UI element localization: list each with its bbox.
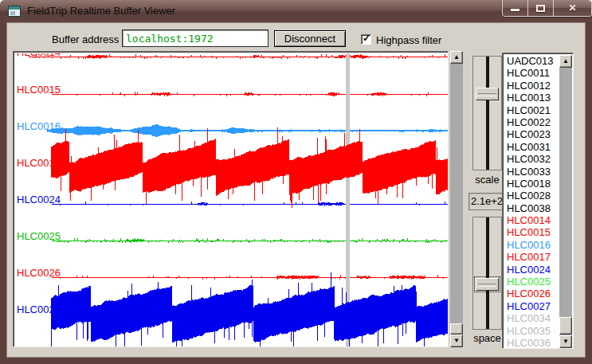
channel-list-item[interactable]: HLC0034 — [504, 312, 559, 324]
channel-list-item[interactable]: HLC0038 — [504, 202, 559, 214]
trace-label: HLC0027 — [17, 303, 61, 315]
channel-list[interactable]: UADC013HLC0011HLC0012HLC0013HLC0021HLC00… — [502, 53, 574, 349]
trace-label: HLC0025 — [17, 230, 61, 242]
minimize-icon — [511, 9, 519, 11]
trace-label: HLC0016 — [17, 120, 61, 132]
space-slider-groove — [486, 217, 489, 329]
channel-list-item[interactable]: HLC0016 — [504, 239, 559, 251]
channel-list-rows: UADC013HLC0011HLC0012HLC0013HLC0021HLC00… — [504, 55, 559, 348]
app-window: FieldTrip Realtime Buffer Viewer ✕ Buffe… — [0, 0, 592, 364]
scale-slider-groove — [486, 57, 489, 170]
channel-list-item[interactable]: HLC0035 — [504, 325, 559, 337]
maximize-button[interactable] — [528, 0, 554, 16]
down-arrow-icon: ▼ — [453, 337, 460, 344]
checkbox-check-icon: ✓ — [363, 33, 370, 44]
app-icon — [8, 6, 21, 17]
channel-list-item[interactable]: HLC0011 — [504, 67, 559, 79]
signal-traces — [15, 53, 448, 346]
plot-scrollbar[interactable]: ▲ ▼ — [450, 51, 463, 347]
channel-list-item[interactable]: HLC0017 — [504, 251, 559, 263]
window-controls: ✕ — [502, 0, 592, 17]
channel-list-item[interactable]: HLC0023 — [504, 128, 559, 140]
trace-label: HLC0014 — [17, 53, 61, 58]
channel-list-item[interactable]: HLC0013 — [504, 92, 559, 104]
channel-list-scrollbar[interactable]: ▲ ▼ — [559, 55, 572, 348]
scale-slider[interactable] — [472, 56, 502, 170]
up-arrow-icon: ▲ — [453, 53, 460, 61]
channel-list-item[interactable]: HLC0025 — [504, 276, 559, 288]
channel-list-item[interactable]: HLC0021 — [504, 104, 559, 116]
list-scrollbar-thumb[interactable] — [559, 317, 572, 335]
plot-scrollbar-thumb[interactable] — [450, 323, 463, 335]
channel-list-item[interactable]: HLC0031 — [504, 141, 559, 153]
channel-list-item[interactable]: HLC0012 — [504, 80, 559, 92]
scale-slider-thumb[interactable] — [476, 88, 499, 100]
channel-list-item[interactable]: HLC0024 — [504, 264, 559, 276]
plot-scroll-up-button[interactable]: ▲ — [450, 51, 463, 64]
down-arrow-icon: ▼ — [563, 338, 569, 345]
plot-scroll-down-button[interactable]: ▼ — [450, 335, 463, 347]
channel-list-item[interactable]: HLC0014 — [504, 214, 559, 226]
channel-list-item[interactable]: HLC0028 — [504, 190, 559, 202]
list-scroll-up-button[interactable]: ▲ — [559, 55, 572, 68]
trace-label: HLC0026 — [17, 267, 61, 279]
channel-list-item[interactable]: HLC0032 — [504, 153, 559, 165]
signal-plot-canvas[interactable]: HLC0014HLC0015HLC0016HLC0017HLC0024HLC00… — [15, 53, 448, 346]
highpass-label: Highpass filter — [376, 34, 441, 46]
buffer-address-label: Buffer address — [52, 33, 119, 45]
highpass-checkbox[interactable]: ✓ — [361, 34, 371, 45]
disconnect-button[interactable]: Disconnect — [274, 30, 346, 47]
channel-list-item[interactable]: HLC0018 — [504, 178, 559, 190]
close-button[interactable]: ✕ — [554, 0, 591, 16]
channel-list-item[interactable]: HLC0026 — [504, 288, 559, 299]
maximize-icon — [536, 5, 545, 12]
window-title: FieldTrip Realtime Buffer Viewer — [27, 5, 175, 17]
space-slider[interactable] — [472, 217, 502, 330]
minimize-button[interactable] — [503, 0, 528, 16]
channel-list-item[interactable]: HLC0033 — [504, 166, 559, 178]
list-scroll-down-button[interactable]: ▼ — [559, 335, 572, 348]
space-slider-thumb[interactable] — [476, 278, 499, 291]
scale-value: 2.1e+2 — [469, 193, 505, 210]
channel-list-item[interactable]: HLC0022 — [504, 116, 559, 128]
client-area: Buffer address Disconnect ✓ Highpass fil… — [6, 22, 586, 358]
channel-list-item[interactable]: UADC013 — [504, 55, 559, 67]
channel-list-item[interactable]: HLC0015 — [504, 226, 559, 238]
close-icon: ✕ — [568, 2, 576, 14]
buffer-address-input[interactable] — [122, 29, 269, 47]
title-bar[interactable]: FieldTrip Realtime Buffer Viewer ✕ — [0, 0, 592, 22]
trace-label: HLC0024 — [17, 194, 61, 205]
channel-list-item[interactable]: HLC0027 — [504, 300, 559, 312]
up-arrow-icon: ▲ — [563, 57, 569, 65]
trace-label: HLC0015 — [17, 84, 61, 96]
signal-plot[interactable]: HLC0014HLC0015HLC0016HLC0017HLC0024HLC00… — [13, 51, 449, 347]
trace-label: HLC0017 — [17, 157, 61, 169]
channel-list-item[interactable]: HLC0036 — [504, 337, 559, 348]
